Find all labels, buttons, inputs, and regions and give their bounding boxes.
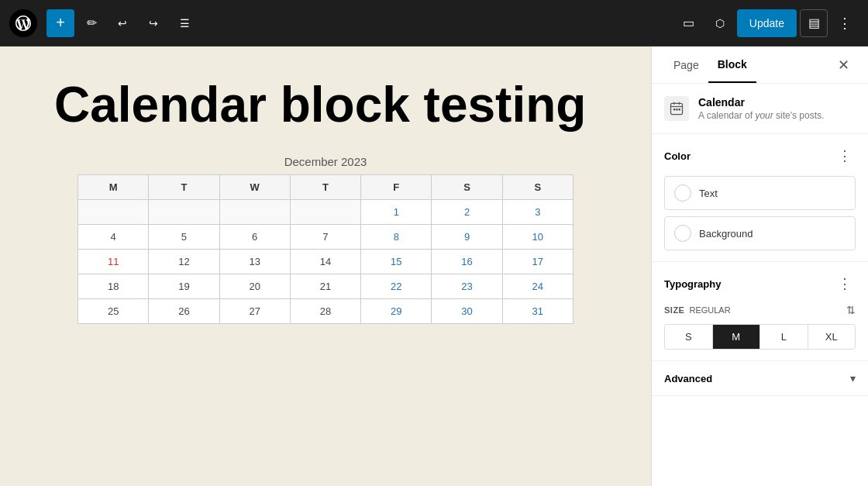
calendar-cell[interactable]: 24 xyxy=(502,274,573,299)
undo-button[interactable]: ↩ xyxy=(108,9,136,37)
sidebar-panel: Page Block ✕ Calendar A calen xyxy=(651,47,868,486)
calendar-cell xyxy=(149,200,219,225)
calendar-cell xyxy=(219,200,290,225)
calendar-cell: 26 xyxy=(149,299,219,324)
color-section-more-button[interactable]: ⋮ xyxy=(834,145,856,167)
preview-mobile-button[interactable]: ▭ xyxy=(675,9,703,37)
typography-sizes: S M L XL xyxy=(664,324,856,350)
calendar-cell[interactable]: 10 xyxy=(502,225,573,250)
calendar-cell[interactable]: 29 xyxy=(361,299,432,324)
calendar-cell[interactable]: 2 xyxy=(432,200,502,225)
table-row: 18192021222324 xyxy=(78,274,574,299)
typography-section-header: Typography ⋮ xyxy=(664,273,856,295)
calendar-cell xyxy=(78,200,149,225)
calendar-cell: 5 xyxy=(149,225,219,250)
sidebar-header: Page Block ✕ xyxy=(652,47,868,84)
calendar-cell: 13 xyxy=(219,250,290,274)
typography-section-title: Typography xyxy=(664,278,721,290)
table-row: 123 xyxy=(78,200,574,225)
block-info: Calendar A calendar of your site's posts… xyxy=(652,84,868,134)
calendar-cell[interactable]: 30 xyxy=(432,299,502,324)
calendar-cell: 21 xyxy=(290,274,360,299)
typography-section: Typography ⋮ SIZE REGULAR ⇅ S M L XL xyxy=(652,262,868,361)
calendar-cell: 18 xyxy=(78,274,149,299)
size-adjust-button[interactable]: ⇅ xyxy=(846,304,856,316)
tab-block[interactable]: Block xyxy=(708,47,756,83)
editor-canvas: Calendar block testing December 2023 M T… xyxy=(0,47,651,486)
size-m-button[interactable]: M xyxy=(713,325,761,349)
calendar-cell: 19 xyxy=(149,274,219,299)
typography-section-more-button[interactable]: ⋮ xyxy=(834,273,856,295)
settings-toggle-button[interactable]: ▤ xyxy=(800,9,828,37)
table-row: 45678910 xyxy=(78,225,574,250)
calendar-cell xyxy=(290,200,360,225)
redo-button[interactable]: ↪ xyxy=(140,9,167,37)
calendar-cell[interactable]: 15 xyxy=(361,250,432,274)
sidebar-close-button[interactable]: ✕ xyxy=(831,53,856,78)
calendar-cell[interactable]: 17 xyxy=(502,250,573,274)
calendar-cell[interactable]: 23 xyxy=(432,274,502,299)
calendar-block-icon xyxy=(664,96,689,121)
text-color-option[interactable]: Text xyxy=(664,176,856,210)
options-button[interactable]: ⋮ xyxy=(831,9,859,37)
advanced-header[interactable]: Advanced ▾ xyxy=(664,372,856,384)
size-label-row: SIZE REGULAR ⇅ xyxy=(664,304,856,316)
background-color-label: Background xyxy=(699,228,753,240)
background-color-option[interactable]: Background xyxy=(664,216,856,250)
color-section: Color ⋮ Text Background xyxy=(652,134,868,262)
calendar-cell: 7 xyxy=(290,225,360,250)
text-color-label: Text xyxy=(699,188,718,199)
calendar-cell[interactable]: 11 xyxy=(78,250,149,274)
calendar-cell[interactable]: 1 xyxy=(361,200,432,225)
color-section-title: Color xyxy=(664,150,691,162)
svg-rect-6 xyxy=(679,109,681,111)
color-section-header: Color ⋮ xyxy=(664,145,856,167)
weekday-mon: M xyxy=(78,175,149,200)
page-title: Calendar block testing xyxy=(54,78,597,132)
weekday-tue: T xyxy=(149,175,219,200)
size-l-button[interactable]: L xyxy=(760,325,808,349)
calendar-cell[interactable]: 16 xyxy=(432,250,502,274)
advanced-section: Advanced ▾ xyxy=(652,361,868,396)
calendar-cell: 25 xyxy=(78,299,149,324)
calendar-cell: 27 xyxy=(219,299,290,324)
toolbar: + ✏ ↩ ↪ ☰ ▭ ⬡ Update ▤ ⋮ xyxy=(0,0,868,47)
preview-external-button[interactable]: ⬡ xyxy=(706,9,734,37)
calendar-cell[interactable]: 3 xyxy=(502,200,573,225)
weekday-fri: F xyxy=(361,175,432,200)
list-view-button[interactable]: ☰ xyxy=(170,9,198,37)
tab-page[interactable]: Page xyxy=(664,48,708,82)
calendar-cell: 4 xyxy=(78,225,149,250)
table-row: 25262728293031 xyxy=(78,299,574,324)
calendar-cell: 20 xyxy=(219,274,290,299)
size-label-value: REGULAR xyxy=(689,305,730,315)
calendar-cell: 28 xyxy=(290,299,360,324)
advanced-chevron-icon: ▾ xyxy=(850,372,856,384)
advanced-section-title: Advanced xyxy=(664,373,712,384)
size-xl-button[interactable]: XL xyxy=(808,325,856,349)
wp-logo xyxy=(9,9,37,37)
calendar-cell[interactable]: 8 xyxy=(361,225,432,250)
calendar-block: December 2023 M T W T F S S 123456789101… xyxy=(78,155,574,324)
svg-rect-5 xyxy=(676,109,678,111)
calendar-cell: 12 xyxy=(149,250,219,274)
calendar-cell[interactable]: 9 xyxy=(432,225,502,250)
update-button[interactable]: Update xyxy=(737,9,797,37)
add-block-button[interactable]: + xyxy=(46,9,74,37)
weekday-sat: S xyxy=(432,175,502,200)
block-info-text: Calendar A calendar of your site's posts… xyxy=(698,96,824,121)
text-color-circle xyxy=(674,184,691,202)
block-description: A calendar of your site's posts. xyxy=(698,110,824,121)
edit-mode-button[interactable]: ✏ xyxy=(78,9,105,37)
block-name: Calendar xyxy=(698,96,824,109)
calendar-cell[interactable]: 31 xyxy=(502,299,573,324)
calendar-table: M T W T F S S 12345678910111213141516171… xyxy=(78,174,574,324)
svg-rect-4 xyxy=(673,109,676,111)
size-s-button[interactable]: S xyxy=(665,325,713,349)
calendar-cell[interactable]: 22 xyxy=(361,274,432,299)
table-row: 11121314151617 xyxy=(78,250,574,274)
calendar-cell: 14 xyxy=(290,250,360,274)
size-label: SIZE xyxy=(664,305,684,315)
calendar-cell: 6 xyxy=(219,225,290,250)
calendar-weekdays-row: M T W T F S S xyxy=(78,175,574,200)
